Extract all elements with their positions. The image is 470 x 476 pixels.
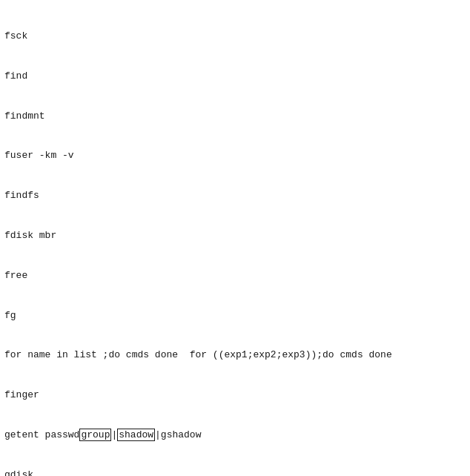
code-content: fsck find findmnt fuser -km -v findfs fd… — [4, 3, 466, 476]
line-fuser: fuser -km -v — [4, 149, 466, 162]
line-fsck: fsck — [4, 30, 466, 43]
line-findmnt: findmnt — [4, 110, 466, 123]
line-find: find — [4, 70, 466, 83]
line-findfs: findfs — [4, 189, 466, 202]
line-finger: finger — [4, 389, 466, 402]
line-fdisk: fdisk mbr — [4, 229, 466, 242]
line-for: for name in list ;do cmds done for ((exp… — [4, 348, 466, 362]
line-fg: fg — [4, 309, 466, 323]
terminal-container: fsck find findmnt fuser -km -v findfs fd… — [0, 0, 470, 476]
line-free: free — [4, 269, 466, 282]
line-getent: getent passwdgroup|shadow|gshadow — [4, 429, 466, 442]
line-gdisk: gdisk — [4, 469, 466, 476]
